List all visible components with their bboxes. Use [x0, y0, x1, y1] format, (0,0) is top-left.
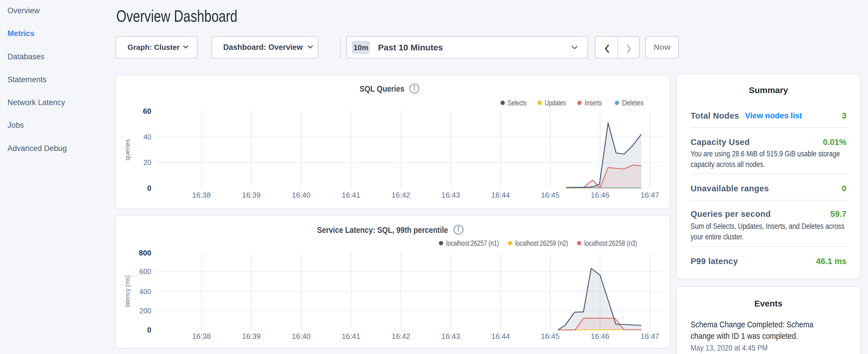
svg-text:16:47: 16:47 [641, 191, 659, 199]
svg-text:Inserts: Inserts [585, 99, 602, 107]
svg-text:16:43: 16:43 [441, 332, 460, 341]
svg-text:16:42: 16:42 [392, 191, 410, 199]
svg-text:16:44: 16:44 [491, 191, 510, 199]
svg-text:16:38: 16:38 [192, 332, 211, 341]
svg-text:16:38: 16:38 [192, 191, 211, 199]
svg-text:latency (ms): latency (ms) [124, 275, 131, 307]
svg-text:16:39: 16:39 [242, 332, 260, 341]
svg-text:localhost:26258 (n3): localhost:26258 (n3) [584, 239, 637, 248]
svg-text:16:44: 16:44 [491, 332, 510, 341]
svg-text:Service Latency: SQL, 99th per: Service Latency: SQL, 99th percentile [317, 225, 448, 234]
svg-text:16:46: 16:46 [591, 332, 609, 341]
svg-text:Selects: Selects [508, 99, 527, 107]
svg-text:16:42: 16:42 [392, 332, 410, 341]
svg-text:60: 60 [143, 107, 151, 116]
svg-text:16:45: 16:45 [541, 332, 559, 341]
svg-text:Updates: Updates [545, 99, 566, 107]
svg-text:400: 400 [139, 288, 151, 296]
svg-text:SQL Queries: SQL Queries [360, 84, 404, 93]
svg-text:600: 600 [139, 267, 151, 276]
svg-text:40: 40 [143, 133, 151, 141]
svg-text:20: 20 [143, 158, 151, 166]
svg-text:16:41: 16:41 [342, 332, 360, 341]
svg-text:16:41: 16:41 [342, 191, 360, 199]
svg-text:localhost:26257 (n1): localhost:26257 (n1) [446, 239, 499, 248]
svg-text:0: 0 [147, 326, 151, 334]
svg-text:0: 0 [147, 184, 151, 192]
svg-text:16:45: 16:45 [541, 191, 559, 199]
svg-text:16:47: 16:47 [641, 332, 659, 341]
svg-text:16:40: 16:40 [292, 191, 310, 199]
svg-text:16:40: 16:40 [292, 332, 310, 341]
svg-text:localhost:26259 (n2): localhost:26259 (n2) [515, 239, 568, 248]
svg-text:16:43: 16:43 [441, 191, 460, 199]
svg-text:800: 800 [139, 249, 151, 257]
svg-text:16:39: 16:39 [242, 191, 260, 199]
svg-text:Deletes: Deletes [622, 99, 644, 107]
svg-text:queries: queries [124, 139, 131, 160]
svg-text:16:46: 16:46 [591, 191, 609, 199]
svg-text:200: 200 [139, 307, 151, 315]
